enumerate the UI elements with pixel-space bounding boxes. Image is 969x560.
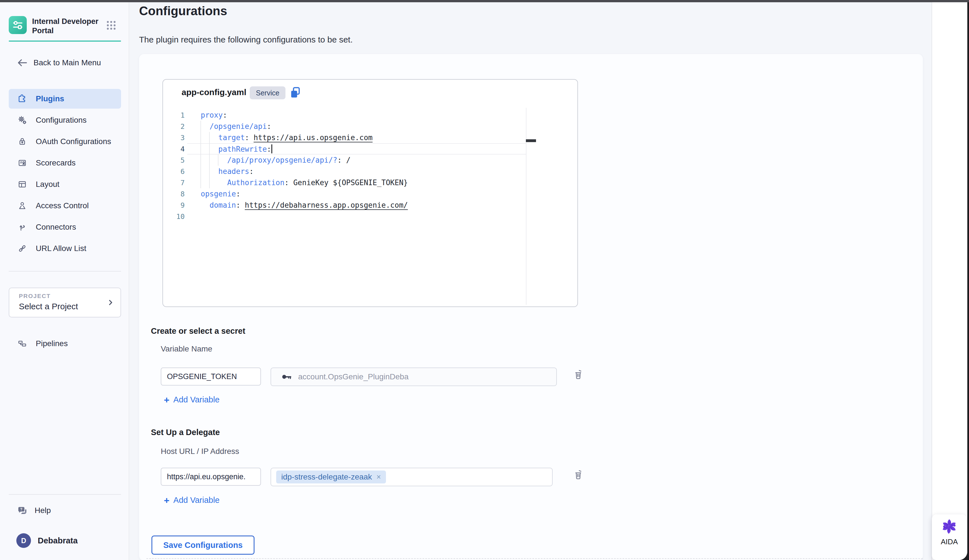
variable-name-input[interactable]: [161, 367, 261, 386]
app-switcher-grid-icon[interactable]: [106, 20, 117, 31]
project-value: Select a Project: [19, 302, 78, 311]
section-dashed-divider: [147, 558, 923, 559]
code-line: 2/opsgenie/api:: [163, 121, 578, 132]
aida-button[interactable]: AIDA: [932, 514, 967, 560]
pipelines-icon: [17, 339, 27, 349]
person-icon: [17, 201, 27, 211]
main-content: Configurations The plugin requires the f…: [130, 2, 932, 560]
help-chat-icon: ?: [17, 505, 27, 515]
user-name: Debabrata: [38, 536, 78, 545]
link-icon: [17, 243, 27, 254]
sidebar-item-label: Scorecards: [36, 158, 76, 168]
sidebar-item-plugins[interactable]: Plugins: [9, 89, 121, 109]
code-line: 9domain: https://debaharness.app.opsgeni…: [163, 199, 578, 211]
trash-icon[interactable]: [573, 369, 584, 382]
plus-icon: +: [164, 496, 170, 505]
scorecard-icon: [17, 158, 27, 168]
window-top-edge: [0, 0, 969, 2]
brand-accent-rule: [9, 40, 121, 42]
user-menu[interactable]: D Debabrata: [9, 531, 121, 550]
sidebar-item-url-allow-list[interactable]: URL Allow List: [9, 239, 121, 258]
sidebar-item-label: Connectors: [36, 223, 76, 232]
editor-filename: app-config.yaml: [181, 88, 246, 97]
project-selector[interactable]: PROJECT Select a Project: [9, 287, 121, 317]
fork-icon: [17, 222, 27, 232]
sidebar-item-access-control[interactable]: Access Control: [9, 196, 121, 216]
sidebar-item-label: Access Control: [36, 201, 89, 210]
host-url-input[interactable]: [161, 468, 261, 486]
puzzle-icon: [17, 94, 27, 104]
service-badge: Service: [250, 86, 285, 99]
code-line: 1proxy:: [163, 110, 578, 121]
secret-value: account.OpsGenie_PluginDeba: [298, 372, 408, 381]
host-url-label: Host URL / IP Address: [161, 447, 239, 456]
back-arrow-icon: [17, 58, 27, 67]
code-line: 7Authorization: GenieKey ${OPSGENIE_TOKE…: [163, 177, 578, 188]
project-label: PROJECT: [19, 292, 51, 299]
secret-selector[interactable]: account.OpsGenie_PluginDeba: [271, 367, 557, 386]
delegate-chip[interactable]: idp-stress-delegate-zeaak ×: [276, 470, 386, 484]
save-configurations-button[interactable]: Save Configurations: [152, 535, 255, 555]
right-rail: [932, 2, 967, 560]
variable-name-label: Variable Name: [161, 344, 212, 354]
slider-logo-icon: [12, 19, 24, 31]
key-icon: [281, 372, 293, 381]
code-line: 10: [163, 211, 578, 222]
sidebar-item-connectors[interactable]: Connectors: [9, 217, 121, 237]
sidebar-item-pipelines[interactable]: Pipelines: [9, 334, 121, 354]
sidebar-item-label: URL Allow List: [36, 244, 86, 253]
svg-text:?: ?: [20, 507, 23, 511]
page-title: Configurations: [139, 4, 227, 18]
app-window: Internal Developer Portal Back to Main M…: [0, 2, 967, 560]
delegate-selector[interactable]: idp-stress-delegate-zeaak ×: [271, 468, 553, 486]
sidebar-item-help[interactable]: ? Help: [9, 501, 121, 520]
code-line: 5/api/proxy/opsgenie/api/?: /: [163, 155, 578, 166]
lock-icon: [17, 136, 27, 146]
back-to-main-menu[interactable]: Back to Main Menu: [9, 56, 121, 69]
sidebar-item-label: Help: [35, 506, 51, 515]
sidebar-item-scorecards[interactable]: Scorecards: [9, 153, 121, 173]
aida-label: AIDA: [941, 537, 958, 546]
back-label: Back to Main Menu: [33, 58, 101, 67]
aida-flower-icon: [941, 518, 958, 535]
text-cursor: [271, 145, 272, 153]
close-icon[interactable]: ×: [376, 473, 381, 482]
sidebar-item-label: Layout: [36, 180, 59, 189]
sidebar-item-oauth-configurations[interactable]: OAuth Configurations: [9, 132, 121, 151]
sidebar-nav: Plugins Configurations OAuth Configurati…: [9, 89, 121, 260]
sidebar: Internal Developer Portal Back to Main M…: [0, 2, 129, 560]
sidebar-item-label: Configurations: [36, 116, 87, 125]
code-line-active: 4pathRewrite:: [163, 143, 578, 155]
sidebar-item-label: OAuth Configurations: [36, 137, 111, 146]
sidebar-item-layout[interactable]: Layout: [9, 174, 121, 194]
page-subtitle: The plugin requires the following config…: [139, 35, 353, 45]
plus-icon: +: [164, 395, 170, 404]
avatar: D: [16, 533, 31, 548]
secret-section-heading: Create or select a secret: [151, 326, 245, 336]
sidebar-divider: [9, 271, 121, 272]
code-line: 3target: https://api.us.opsgenie.com: [163, 132, 578, 143]
copy-icon[interactable]: [289, 86, 301, 99]
sidebar-item-label: Plugins: [36, 94, 64, 103]
delegate-section-heading: Set Up a Delegate: [151, 428, 220, 437]
sidebar-item-configurations[interactable]: Configurations: [9, 110, 121, 130]
chevron-right-icon: [107, 298, 115, 307]
sidebar-item-label: Pipelines: [36, 339, 68, 348]
add-variable-button[interactable]: + Add Variable: [164, 395, 220, 404]
code-line: 6headers:: [163, 166, 578, 177]
code-area[interactable]: 1proxy: 2/opsgenie/api: 3target: https:/…: [163, 110, 578, 222]
yaml-editor[interactable]: app-config.yaml Service 1proxy: 2/opsgen…: [162, 79, 578, 307]
trash-icon[interactable]: [573, 469, 584, 482]
idp-logo: [9, 16, 27, 34]
sidebar-divider: [9, 494, 121, 495]
layout-icon: [17, 179, 27, 189]
add-variable-button[interactable]: + Add Variable: [164, 495, 220, 505]
gears-icon: [17, 115, 27, 125]
configurations-panel: app-config.yaml Service 1proxy: 2/opsgen…: [139, 54, 923, 560]
code-line: 8opsgenie:: [163, 188, 578, 199]
brand-title: Internal Developer Portal: [32, 17, 102, 35]
